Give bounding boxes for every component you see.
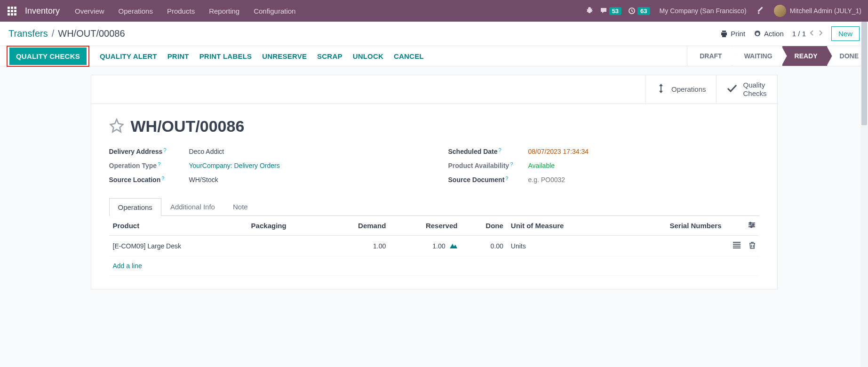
th-settings[interactable] bbox=[744, 216, 759, 236]
lines-table: Product Packaging Demand Reserved Done U… bbox=[109, 216, 759, 276]
label-scheduled-date: Scheduled Date? bbox=[448, 148, 528, 155]
detailed-ops-icon[interactable] bbox=[733, 242, 741, 250]
pager-next[interactable] bbox=[818, 30, 823, 38]
svg-rect-5 bbox=[733, 244, 741, 245]
value-delivery-address[interactable]: Deco Addict bbox=[189, 148, 224, 155]
breadcrumb-current: WH/OUT/00086 bbox=[58, 28, 125, 39]
pager: 1 / 1 bbox=[792, 30, 823, 38]
print-action-button[interactable]: PRINT bbox=[167, 48, 189, 65]
breadcrumb-root[interactable]: Transfers bbox=[8, 28, 48, 39]
cancel-button[interactable]: CANCEL bbox=[394, 48, 424, 65]
tab-operations[interactable]: Operations bbox=[109, 198, 161, 216]
company-name: My Company (San Francisco) bbox=[660, 7, 747, 15]
label-source-document: Source Document? bbox=[448, 176, 528, 184]
label-product-availability: Product Availability? bbox=[448, 162, 528, 169]
value-source-document[interactable] bbox=[528, 176, 622, 184]
help-icon[interactable]: ? bbox=[158, 161, 160, 167]
help-icon[interactable]: ? bbox=[510, 161, 513, 167]
nav-overview[interactable]: Overview bbox=[68, 1, 111, 21]
svg-rect-6 bbox=[733, 246, 741, 247]
new-button[interactable]: New bbox=[831, 26, 860, 41]
apps-icon[interactable] bbox=[4, 3, 20, 19]
delete-icon[interactable] bbox=[749, 243, 756, 250]
nav-configuration[interactable]: Configuration bbox=[247, 1, 302, 21]
control-bar: Transfers / WH/OUT/00086 Print Action 1 … bbox=[0, 22, 868, 46]
unreserve-button[interactable]: UNRESERVE bbox=[262, 48, 307, 65]
help-icon[interactable]: ? bbox=[163, 147, 166, 153]
user-name: Mitchell Admin (JULY_1) bbox=[790, 7, 861, 15]
messages-badge: 53 bbox=[609, 7, 621, 15]
svg-rect-7 bbox=[733, 247, 741, 248]
tab-note[interactable]: Note bbox=[224, 198, 257, 215]
pager-value[interactable]: 1 / 1 bbox=[792, 30, 806, 38]
status-bar: DRAFT WAITING READY DONE bbox=[687, 46, 868, 66]
help-icon[interactable]: ? bbox=[161, 176, 164, 181]
pager-prev[interactable] bbox=[810, 30, 814, 38]
nav-reporting[interactable]: Reporting bbox=[202, 1, 246, 21]
th-reserved[interactable]: Reserved bbox=[390, 216, 461, 236]
top-navbar: Inventory Overview Operations Products R… bbox=[0, 0, 868, 22]
star-icon[interactable] bbox=[109, 118, 124, 135]
th-uom[interactable]: Unit of Measure bbox=[507, 216, 617, 236]
cell-product[interactable]: [E-COM09] Large Desk bbox=[109, 236, 247, 256]
action-button[interactable]: Action bbox=[754, 30, 784, 38]
user-menu[interactable]: Mitchell Admin (JULY_1) bbox=[771, 5, 864, 17]
messages-button[interactable]: 53 bbox=[600, 7, 621, 15]
bug-icon[interactable] bbox=[586, 7, 593, 16]
cell-uom[interactable]: Units bbox=[507, 236, 617, 256]
label-operation-type: Operation Type? bbox=[109, 162, 189, 169]
help-icon[interactable]: ? bbox=[499, 147, 502, 153]
svg-point-3 bbox=[750, 226, 752, 228]
quality-alert-button[interactable]: QUALITY ALERT bbox=[100, 48, 157, 65]
highlight-quality-checks: QUALITY CHECKS bbox=[7, 46, 89, 67]
action-bar: QUALITY CHECKS QUALITY ALERT PRINT PRINT… bbox=[0, 46, 868, 66]
svg-point-2 bbox=[752, 224, 754, 226]
tab-additional-info[interactable]: Additional Info bbox=[161, 198, 224, 215]
help-icon[interactable]: ? bbox=[505, 176, 508, 181]
company-switcher[interactable]: My Company (San Francisco) bbox=[657, 7, 749, 15]
sliders-icon bbox=[748, 222, 756, 228]
avatar bbox=[774, 5, 786, 17]
value-source-location[interactable]: WH/Stock bbox=[189, 176, 218, 184]
cell-done[interactable]: 0.00 bbox=[461, 236, 507, 256]
value-scheduled-date[interactable]: 08/07/2023 17:34:34 bbox=[528, 148, 589, 155]
record-title: WH/OUT/00086 bbox=[131, 117, 245, 136]
print-button[interactable]: Print bbox=[720, 30, 745, 38]
table-row[interactable]: [E-COM09] Large Desk 1.00 1.00 0.00 Unit… bbox=[109, 236, 759, 256]
activities-button[interactable]: 63 bbox=[628, 7, 650, 15]
activities-badge: 63 bbox=[637, 7, 650, 15]
status-draft[interactable]: DRAFT bbox=[687, 46, 731, 66]
forecast-icon[interactable] bbox=[450, 242, 457, 250]
status-waiting[interactable]: WAITING bbox=[732, 46, 782, 66]
arrows-vertical-icon bbox=[656, 83, 666, 96]
nav-products[interactable]: Products bbox=[160, 1, 201, 21]
quality-checks-button[interactable]: QUALITY CHECKS bbox=[9, 48, 87, 65]
th-product[interactable]: Product bbox=[109, 216, 247, 236]
add-line[interactable]: Add a line bbox=[113, 262, 142, 270]
gear-icon bbox=[754, 30, 761, 38]
print-labels-button[interactable]: PRINT LABELS bbox=[199, 48, 252, 65]
cell-demand[interactable]: 1.00 bbox=[325, 236, 390, 256]
stat-quality-checks[interactable]: Quality Checks bbox=[716, 75, 777, 104]
scrollbar[interactable] bbox=[860, 22, 868, 299]
printer-icon bbox=[720, 30, 728, 38]
stat-operations[interactable]: Operations bbox=[645, 75, 716, 104]
tools-icon[interactable] bbox=[756, 6, 764, 16]
label-delivery-address: Delivery Address? bbox=[109, 148, 189, 155]
cell-reserved[interactable]: 1.00 bbox=[390, 236, 461, 256]
clock-icon bbox=[628, 7, 636, 15]
nav-operations[interactable]: Operations bbox=[112, 1, 159, 21]
th-demand[interactable]: Demand bbox=[325, 216, 390, 236]
form-sheet: Operations Quality Checks WH/OUT/00086 D bbox=[91, 75, 778, 289]
value-operation-type[interactable]: YourCompany: Delivery Orders bbox=[189, 162, 280, 169]
th-packaging[interactable]: Packaging bbox=[247, 216, 326, 236]
app-title[interactable]: Inventory bbox=[22, 6, 66, 16]
status-ready[interactable]: READY bbox=[782, 46, 827, 66]
breadcrumb-sep: / bbox=[52, 28, 55, 39]
th-done[interactable]: Done bbox=[461, 216, 507, 236]
unlock-button[interactable]: UNLOCK bbox=[353, 48, 383, 65]
scrollbar-thumb[interactable] bbox=[861, 22, 867, 125]
cell-packaging[interactable] bbox=[247, 236, 326, 256]
th-serial[interactable]: Serial Numbers bbox=[617, 216, 725, 236]
scrap-button[interactable]: SCRAP bbox=[317, 48, 342, 65]
